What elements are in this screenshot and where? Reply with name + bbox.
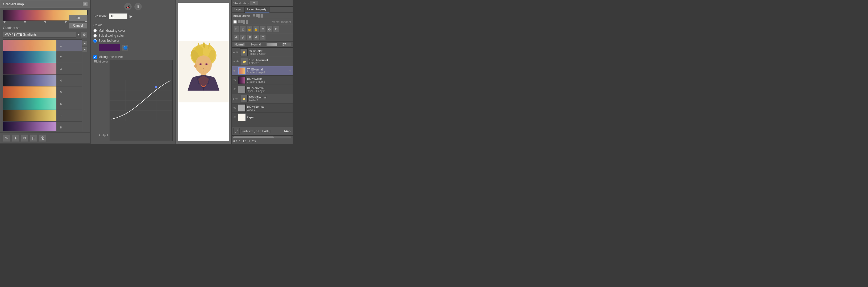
stop-marker-1[interactable] bbox=[3, 21, 6, 23]
cancel-button[interactable]: Cancel bbox=[69, 22, 88, 29]
layer-header: Normal Normal bbox=[232, 41, 292, 47]
gradient-swatch-8 bbox=[3, 122, 56, 131]
layer-tool-1[interactable]: □ bbox=[233, 26, 239, 32]
layer-item[interactable]: 👁 100 %Color Gradient map 3 bbox=[232, 75, 292, 85]
layer-tool-8[interactable]: ⊕ bbox=[233, 34, 239, 40]
specified-color-swatch[interactable] bbox=[99, 44, 120, 51]
layer-opacity-input[interactable] bbox=[282, 42, 291, 46]
hat-icon-button[interactable]: 🎩 bbox=[124, 3, 132, 11]
vector-bar-4 bbox=[246, 20, 248, 24]
layer-visibility-icon[interactable]: 👁 bbox=[233, 106, 237, 110]
delete-icon-button[interactable]: 🗑 bbox=[134, 3, 142, 11]
layer-visibility-icon[interactable]: 👁 bbox=[233, 115, 237, 120]
ok-cancel-area: OK Cancel bbox=[69, 15, 88, 29]
layer-tool-6[interactable]: ◐ bbox=[267, 26, 272, 32]
eyedropper-button[interactable]: 🔵 bbox=[122, 44, 128, 51]
stop-marker-2[interactable] bbox=[24, 21, 26, 23]
move-down-button[interactable]: ▼ bbox=[82, 47, 88, 52]
layer-visibility-icon[interactable]: 👁 bbox=[233, 69, 237, 73]
vector-magnet-checkbox[interactable] bbox=[233, 20, 237, 24]
gradient-swatch-1 bbox=[3, 40, 56, 51]
layer-tool-11[interactable]: ⊕ bbox=[253, 34, 259, 40]
layer-item[interactable]: 👁 100 %Normal Layer 1 bbox=[232, 103, 292, 113]
layer-thumbnail bbox=[238, 86, 246, 93]
nav-right-arrow[interactable]: ▶ bbox=[129, 14, 132, 18]
delete-gradient-button[interactable]: 🗑 bbox=[39, 134, 46, 142]
gradient-set-label: Gradient set bbox=[3, 26, 20, 30]
output-label: Output bbox=[93, 133, 108, 137]
list-item[interactable]: 6 bbox=[3, 98, 82, 110]
layer-visibility-icon[interactable]: 👁 bbox=[235, 97, 239, 101]
ok-button[interactable]: OK bbox=[69, 15, 88, 21]
layer-mode-select[interactable]: Normal bbox=[233, 42, 246, 46]
list-item[interactable]: 5 bbox=[3, 87, 82, 98]
gradient-item-num-3: 3 bbox=[56, 67, 63, 70]
layer-item[interactable]: ▼ 👁 📁 100 % Normal Folder 2 bbox=[232, 57, 292, 66]
folder-expand-icon[interactable]: ▶ bbox=[233, 97, 235, 100]
layer-tool-7[interactable]: ⊞ bbox=[273, 26, 279, 32]
layer-tool-12[interactable]: ⊡ bbox=[260, 34, 266, 40]
layer-tool-9[interactable]: ⇄ bbox=[240, 34, 246, 40]
folder-expand-icon[interactable]: ▼ bbox=[233, 60, 236, 63]
add-gradient-button[interactable]: ✎ bbox=[3, 134, 10, 142]
stroke-bar-3 bbox=[258, 14, 260, 18]
layer-info: Paper bbox=[247, 116, 291, 119]
tab-layer[interactable]: Layer bbox=[232, 7, 245, 12]
layer-item[interactable]: ▶ 👁 📁 50 %Color Folder 1 Copy bbox=[232, 47, 292, 57]
duplicate-gradient-button[interactable]: ⧉ bbox=[21, 134, 28, 142]
copy-gradient-button[interactable]: ◫ bbox=[30, 134, 37, 142]
layer-tool-5[interactable]: ⊕ bbox=[260, 26, 266, 32]
layer-info: 100 %Normal Layer 3 Copy 2 bbox=[247, 87, 291, 93]
radio-specified-input[interactable] bbox=[93, 39, 97, 42]
stroke-bar-2 bbox=[256, 14, 258, 17]
gradient-item-num-2: 2 bbox=[56, 56, 63, 59]
right-top-bar: Stabilization bbox=[232, 0, 292, 7]
layer-visibility-icon[interactable]: 👁 bbox=[233, 78, 237, 82]
stabilization-input[interactable] bbox=[250, 1, 258, 5]
gradient-list-container: 1 2 3 4 5 bbox=[3, 39, 88, 131]
layer-visibility-icon[interactable]: 👁 bbox=[233, 87, 237, 92]
layer-item[interactable]: ▶ 👁 📁 100 %Normal Folder 1 bbox=[232, 94, 292, 103]
radio-sub-input[interactable] bbox=[93, 34, 97, 37]
layer-visibility-icon[interactable]: 👁 bbox=[236, 59, 240, 64]
list-item[interactable]: 7 bbox=[3, 110, 82, 122]
move-up-button[interactable]: ▲ bbox=[82, 40, 88, 46]
canvas-area bbox=[176, 0, 231, 144]
brush-size-slider[interactable] bbox=[233, 136, 291, 138]
gradient-set-dropdown[interactable]: VAMPBYTE Gradients bbox=[3, 32, 76, 37]
layer-tool-3[interactable]: 🔒 bbox=[247, 26, 252, 32]
gradient-swatch-2 bbox=[3, 51, 56, 63]
curve-area[interactable] bbox=[110, 60, 173, 141]
layer-tool-4[interactable]: 🔒 bbox=[253, 26, 259, 32]
layer-visibility-icon[interactable]: 👁 bbox=[235, 50, 239, 54]
gradient-list[interactable]: 1 2 3 4 5 bbox=[3, 39, 82, 131]
layer-tool-10[interactable]: ⊞ bbox=[247, 34, 252, 40]
folder-expand-icon[interactable]: ▶ bbox=[233, 51, 235, 54]
import-gradient-button[interactable]: ⬇ bbox=[12, 134, 20, 142]
layer-item[interactable]: 👁 57 %Normal Gradient map 4 ✎ bbox=[232, 66, 292, 75]
stroke-bar-4 bbox=[261, 14, 263, 18]
layer-item[interactable]: 👁 Paper bbox=[232, 113, 292, 122]
mixing-rate-checkbox[interactable] bbox=[93, 55, 97, 59]
gradient-set-controls: VAMPBYTE Gradients ▼ ⚙ bbox=[0, 31, 90, 38]
list-item[interactable]: 1 bbox=[3, 40, 82, 51]
radio-main-input[interactable] bbox=[93, 29, 97, 32]
list-item[interactable]: 3 bbox=[3, 63, 82, 75]
layer-thumbnail: 📁 bbox=[240, 49, 248, 56]
right-color-label: Right color bbox=[93, 60, 108, 63]
scale-1: 1 bbox=[239, 140, 241, 143]
stop-marker-4[interactable] bbox=[65, 21, 67, 23]
position-input[interactable] bbox=[109, 13, 127, 19]
layer-item[interactable]: 👁 100 %Normal Layer 3 Copy 2 bbox=[232, 85, 292, 94]
stop-marker-3[interactable] bbox=[44, 21, 46, 23]
tab-layer-property[interactable]: Layer Property bbox=[245, 7, 270, 12]
list-item[interactable]: 4 bbox=[3, 75, 82, 87]
close-button[interactable]: ✕ bbox=[83, 2, 88, 6]
layer-tool-2[interactable]: ◱ bbox=[240, 26, 246, 32]
radio-sub-label: Sub drawing color bbox=[98, 34, 124, 37]
gradient-settings-button[interactable]: ⚙ bbox=[81, 31, 88, 38]
list-item[interactable]: 8 bbox=[3, 122, 82, 131]
list-item[interactable]: 2 bbox=[3, 51, 82, 63]
brush-size-slider-row bbox=[232, 135, 292, 139]
opacity-gradient bbox=[266, 42, 277, 46]
